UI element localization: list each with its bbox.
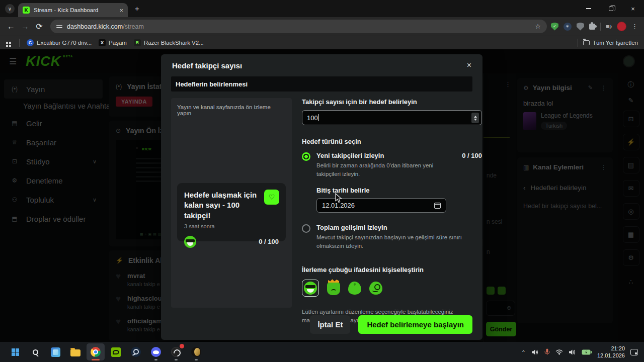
- emote-option-selected[interactable]: [302, 280, 319, 297]
- stepper-down-icon[interactable]: [474, 119, 477, 121]
- reading-list-icon[interactable]: ≡♪: [606, 23, 612, 30]
- running-app-indicator: [175, 359, 178, 360]
- browser-profile-avatar[interactable]: [617, 22, 626, 31]
- stepper-up-icon[interactable]: [474, 116, 477, 118]
- site-settings-icon[interactable]: [56, 24, 62, 29]
- bookmark-item[interactable]: C Excalibur G770 driv...: [27, 39, 92, 46]
- microphone-icon[interactable]: [544, 348, 550, 355]
- address-bar[interactable]: dashboard.kick.com/stream ☆: [50, 20, 547, 33]
- kick-sunglasses-emote-icon: [184, 236, 196, 248]
- volume-icon[interactable]: [569, 349, 576, 355]
- kick-dashboard-page: ☰ KICKBETA (•) Yayın Yayın Bağlantısı ve…: [0, 49, 644, 342]
- steam-icon: [131, 347, 141, 357]
- modal-section-bar: Hedeflerin belirlenmesi: [171, 76, 472, 92]
- browser-tab[interactable]: K Stream - Kick Dashboard ×: [18, 3, 128, 17]
- shield-extension-icon[interactable]: [577, 23, 584, 31]
- system-tray: ⌃ 21:20 12.01.2026: [521, 345, 644, 359]
- taskbar-obs-button[interactable]: [167, 343, 185, 360]
- heart-button[interactable]: ♡: [264, 190, 279, 205]
- tab-close-icon[interactable]: ×: [119, 7, 123, 14]
- wifi-icon[interactable]: [555, 349, 563, 355]
- taskbar-steam-button[interactable]: [127, 343, 145, 360]
- mouse-cursor: [335, 193, 342, 205]
- blob-emote-icon[interactable]: [348, 282, 361, 295]
- restore-button[interactable]: [600, 0, 622, 17]
- bookmark-favicon: R: [134, 39, 141, 46]
- minimize-button[interactable]: [578, 0, 600, 17]
- goal-count-input[interactable]: 100: [302, 110, 482, 125]
- speaker-icon[interactable]: [531, 349, 539, 355]
- emote-picker: [302, 280, 482, 297]
- back-icon[interactable]: ←: [4, 20, 18, 34]
- notification-center-icon[interactable]: [630, 349, 638, 355]
- goal-progress-text: 0 / 100: [259, 238, 279, 245]
- kick-favicon: K: [23, 7, 30, 14]
- bookmark-star-icon[interactable]: ☆: [535, 23, 541, 30]
- forward-icon[interactable]: →: [18, 20, 32, 34]
- taskbar-chrome-button[interactable]: [87, 343, 105, 360]
- option-description: Belirli bir zaman aralığında 0'dan itiba…: [316, 161, 448, 178]
- text-caret: [318, 114, 319, 121]
- radio-selected-icon[interactable]: [302, 152, 310, 161]
- monocle-emote-icon[interactable]: [369, 282, 382, 295]
- battery-charging-icon[interactable]: [582, 349, 592, 355]
- calendar-icon[interactable]: [434, 203, 441, 209]
- browser-menu-icon[interactable]: ⋮: [631, 23, 638, 30]
- section-label: Hedeflerin belirlenmesi: [176, 80, 248, 88]
- extension-icon[interactable]: ✳: [564, 23, 572, 31]
- bookmark-item[interactable]: R Razer BlackShark V2...: [134, 39, 204, 46]
- clock-time: 21:20: [597, 345, 625, 352]
- bookmark-item[interactable]: X Paşam: [99, 39, 127, 46]
- new-tab-button[interactable]: +: [135, 4, 139, 13]
- taskbar-discord-button[interactable]: [147, 343, 165, 360]
- all-bookmarks-button[interactable]: Tüm Yer İşaretleri: [583, 40, 638, 46]
- taskbar-explorer-button[interactable]: [66, 343, 85, 360]
- goal-count-value: 100: [307, 114, 318, 122]
- screen: ∨ K Stream - Kick Dashboard × + × ← → ⟳ …: [0, 0, 644, 362]
- radio-unselected-icon[interactable]: [302, 224, 310, 233]
- start-button[interactable]: [6, 343, 24, 360]
- browser-toolbar: ← → ⟳ dashboard.kick.com/stream ☆ ✓ ✳ ≡♪…: [0, 17, 644, 36]
- app-icon: [191, 347, 201, 357]
- divider: [578, 39, 578, 47]
- extensions-puzzle-icon[interactable]: [589, 24, 595, 30]
- option-total-growth[interactable]: Toplam gelişimi izleyin Mevcut takipçi s…: [302, 224, 482, 250]
- crown-emote-icon[interactable]: [327, 282, 340, 295]
- tab-title: Stream - Kick Dashboard: [34, 7, 115, 13]
- chrome-icon: [91, 347, 101, 357]
- nvidia-icon: [111, 347, 121, 357]
- goal-preview-panel: Yayın ve kanal sayfanızda ön izleme yapı…: [171, 98, 292, 308]
- option-new-followers[interactable]: Yeni takipçileri izleyin Belirli bir zam…: [302, 152, 482, 213]
- taskbar-app-button[interactable]: [187, 343, 205, 360]
- windows-logo-icon: [12, 348, 15, 352]
- start-goal-button[interactable]: Hedef belirlemeye başlayın: [358, 315, 472, 334]
- running-app-indicator: [195, 359, 198, 360]
- window-controls: ×: [578, 0, 644, 17]
- apps-grid-icon[interactable]: [6, 42, 8, 44]
- taskbar-search-button[interactable]: [26, 343, 44, 360]
- recording-badge: [180, 344, 184, 348]
- running-app-indicator: [154, 359, 157, 360]
- preview-hint-text: Yayın ve kanal sayfanızda ön izleme yapı…: [177, 104, 286, 116]
- cancel-button[interactable]: İptal Et: [310, 315, 350, 334]
- tab-search-button[interactable]: ∨: [5, 4, 15, 14]
- close-window-button[interactable]: ×: [622, 0, 644, 17]
- url-text: dashboard.kick.com/stream: [67, 23, 144, 30]
- folder-icon: [70, 349, 80, 356]
- adblock-extension-icon[interactable]: ✓: [551, 23, 558, 31]
- goal-followers-modal: Hedef takipçi sayısı × Hedeflerin belirl…: [161, 54, 482, 340]
- option-label: Toplam gelişimi izleyin: [316, 224, 482, 231]
- taskbar-nvidia-button[interactable]: [107, 343, 125, 360]
- reload-icon[interactable]: ⟳: [32, 20, 46, 34]
- heart-icon: ♡: [269, 193, 275, 201]
- taskbar-clock[interactable]: 21:20 12.01.2026: [597, 345, 625, 359]
- tray-chevron-up-icon[interactable]: ⌃: [521, 349, 526, 356]
- number-stepper[interactable]: [471, 113, 479, 123]
- widgets-icon: [51, 347, 60, 357]
- taskbar-widgets-button[interactable]: [46, 343, 64, 360]
- windows-taskbar: ⌃ 21:20 12.01.2026: [0, 342, 644, 362]
- bookmark-label: Paşam: [109, 40, 127, 46]
- emote-customize-label: İlerleme çubuğu ifadesini kişiselleştiri…: [302, 266, 482, 274]
- search-icon: [33, 349, 38, 355]
- close-icon[interactable]: ×: [467, 61, 471, 70]
